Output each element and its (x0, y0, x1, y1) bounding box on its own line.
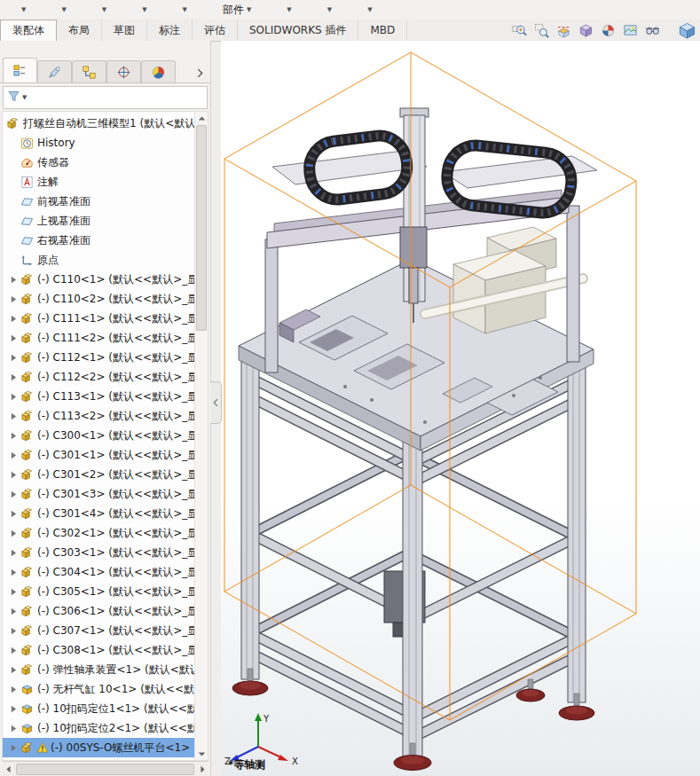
tree-vertical-scrollbar[interactable] (194, 112, 208, 760)
tree-item[interactable]: (-) C302<1> (默认<<默认>_显 (3, 523, 195, 543)
expand-arrow-icon[interactable] (7, 627, 20, 635)
expand-arrow-icon[interactable] (7, 373, 20, 381)
view-orientation-icon[interactable] (577, 21, 594, 39)
menu-flyout-flyout-3[interactable]: ▼ (102, 7, 106, 13)
filter-icon[interactable] (7, 90, 20, 106)
expand-arrow-icon[interactable] (7, 647, 20, 655)
expand-arrow-icon[interactable] (7, 471, 20, 479)
tree-item[interactable]: (-) 弹性轴承装置<1> (默认<默认 (3, 660, 195, 679)
tree-item[interactable]: (-) C110<1> (默认<<默认>_显 (3, 270, 195, 289)
menu-flyout-flyout-5[interactable]: ▼ (183, 7, 187, 13)
tree-item[interactable]: (-) C111<2> (默认<<默认>_显 (3, 328, 195, 348)
tab-addins[interactable]: SOLIDWORKS 插件 (238, 20, 358, 41)
expand-arrow-icon[interactable] (7, 354, 20, 362)
menu-flyout-flyout-8[interactable]: ▼ (367, 7, 372, 13)
zoom-fit-icon[interactable] (510, 21, 528, 39)
tree-item[interactable]: (-) C113<2> (默认<<默认>_显 (3, 406, 195, 426)
tree-item[interactable]: (-) C110<2> (默认<<默认>_显 (3, 289, 195, 309)
tab-sketch[interactable]: 草图 (102, 20, 147, 41)
expand-arrow-icon[interactable] (7, 666, 20, 674)
filter-caret-icon[interactable]: ▼ (22, 94, 27, 101)
panel-expand-chevron[interactable] (192, 63, 208, 82)
menu-flyout-flyout-1[interactable]: ▼ (21, 7, 26, 13)
menu-flyout-flyout-6[interactable]: ▼ (287, 7, 291, 13)
expand-arrow-icon[interactable] (7, 686, 20, 694)
expand-arrow-icon[interactable] (7, 725, 20, 733)
tree-item[interactable]: (-) 00SYS-O螺丝机平台<1> (3, 738, 195, 757)
expand-arrow-icon[interactable] (7, 315, 20, 323)
filter-input[interactable] (28, 89, 203, 106)
tree-item[interactable]: (-) C306<1> (默认<<默认>_显 (3, 601, 195, 621)
expand-arrow-icon[interactable] (7, 588, 20, 596)
panel-collapse-handle[interactable] (210, 381, 222, 424)
tree-item[interactable]: (-) C113<1> (默认<<默认>_显 (3, 387, 195, 406)
tree-item[interactable]: (-) 无杆气缸 10<1> (默认<<默认 (3, 679, 195, 699)
expand-arrow-icon[interactable] (7, 607, 20, 615)
tree-item[interactable]: 传感器 (3, 153, 195, 172)
scroll-down-button[interactable] (195, 748, 208, 760)
expand-arrow-icon[interactable] (7, 432, 20, 440)
tree-item[interactable]: (-) C308<1> (默认<<默认>_显 (3, 640, 195, 660)
expand-arrow-icon[interactable] (7, 334, 20, 342)
scroll-right-button[interactable] (196, 763, 208, 775)
expand-arrow-icon[interactable] (7, 490, 20, 498)
tree-item[interactable]: (-) C301<2> (默认<<默认>_显 (3, 465, 195, 484)
section-view-icon[interactable] (554, 21, 572, 39)
expand-arrow-icon[interactable] (7, 276, 20, 284)
expand-arrow-icon[interactable] (7, 744, 20, 752)
scene-icon[interactable] (621, 21, 639, 39)
menu-flyout-flyout-7[interactable]: ▼ (327, 7, 332, 13)
tree-item[interactable]: 右视基准面 (3, 231, 195, 250)
configurationmanager-tab[interactable] (72, 60, 106, 82)
expand-arrow-icon[interactable] (7, 510, 20, 518)
displaymanager-tab[interactable] (141, 60, 176, 82)
horizontal-scrollbar-thumb[interactable] (16, 764, 194, 775)
model-geometry[interactable] (221, 41, 700, 776)
tree-item[interactable]: 注解 (3, 172, 195, 192)
zoom-area-icon[interactable] (532, 21, 550, 39)
expand-arrow-icon[interactable] (7, 412, 20, 420)
vertical-scrollbar-thumb[interactable] (196, 125, 207, 331)
view-cube-icon[interactable] (678, 21, 696, 39)
tree-horizontal-scrollbar[interactable] (2, 761, 208, 776)
scroll-up-button[interactable] (195, 112, 208, 124)
tree-item[interactable]: 原点 (3, 250, 195, 270)
scroll-left-button[interactable] (2, 763, 14, 775)
tree-item[interactable]: (-) C112<1> (默认<<默认>_显 (3, 348, 195, 367)
tree-item[interactable]: (-) 10扣码定位1<1> (默认<<默认 (3, 699, 195, 718)
tree-item[interactable]: 上视基准面 (3, 211, 195, 231)
featuremanager-tab[interactable] (3, 58, 37, 82)
tree-root-item[interactable]: 打螺丝自动机三维模型1 (默认<默认>_显 (3, 114, 195, 133)
tree-item[interactable]: (-) C112<2> (默认<<默认>_显 (3, 367, 195, 387)
expand-arrow-icon[interactable] (7, 549, 20, 557)
tree-item[interactable]: (-) C304<1> (默认<<默认>_显 (3, 562, 195, 582)
tree-item[interactable]: History (3, 133, 195, 153)
menu-flyout-flyout-2[interactable]: ▼ (61, 7, 66, 13)
appearance-icon[interactable] (599, 21, 617, 39)
propertymanager-tab[interactable] (37, 60, 72, 82)
tab-layout[interactable]: 布局 (57, 20, 102, 41)
dimxpertmanager-tab[interactable] (106, 60, 141, 82)
expand-arrow-icon[interactable] (7, 705, 20, 713)
expand-arrow-icon[interactable] (7, 451, 20, 459)
hide-show-icon[interactable] (643, 21, 661, 39)
expand-arrow-icon[interactable] (7, 295, 20, 303)
tree-item[interactable]: (-) C301<3> (默认<<默认>_显 (3, 484, 195, 504)
expand-arrow-icon[interactable] (7, 393, 20, 401)
tree-item[interactable]: (-) C303<1> (默认<<默认>_显 (3, 543, 195, 562)
expand-arrow-icon[interactable] (7, 529, 20, 537)
menu-flyout-parts[interactable]: 部件▼ (223, 3, 251, 18)
tree-item[interactable]: 前视基准面 (3, 192, 195, 211)
tab-evaluate[interactable]: 评估 (193, 20, 238, 41)
menu-flyout-flyout-4[interactable]: ▼ (142, 7, 146, 13)
tab-markup[interactable]: 标注 (147, 20, 193, 41)
tree-item[interactable]: (-) 10扣码定位2<1> (默认<<默认 (3, 718, 195, 738)
tree-item[interactable]: (-) C301<4> (默认<<默认>_显 (3, 504, 195, 523)
expand-arrow-icon[interactable] (7, 568, 20, 576)
tab-mbd[interactable]: MBD (358, 20, 407, 41)
tree-item[interactable]: (-) C305<1> (默认<<默认>_显 (3, 582, 195, 601)
tree-item[interactable]: (-) C301<1> (默认<<默认>_显 (3, 445, 195, 465)
tree-item[interactable]: (-) C307<1> (默认<<默认>_显 (3, 621, 195, 640)
tree-item[interactable]: (-) C111<1> (默认<<默认>_显 (3, 309, 195, 328)
tab-assembly[interactable]: 装配体 (0, 20, 57, 42)
